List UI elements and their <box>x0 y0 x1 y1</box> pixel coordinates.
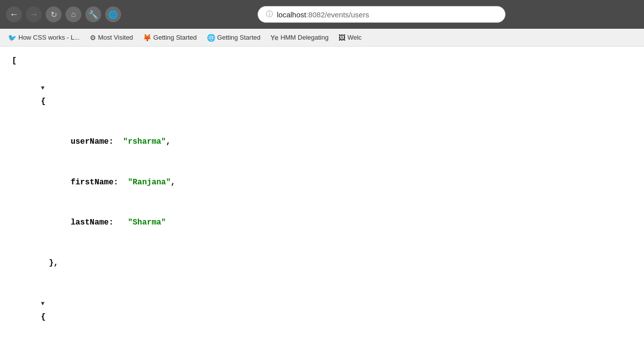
home-icon: ⌂ <box>71 10 76 19</box>
json-open-bracket: [ <box>12 55 632 68</box>
refresh-icon: ↻ <box>51 10 57 19</box>
bookmark-css-label: How CSS works - L... <box>18 34 80 41</box>
bookmark-most-visited-icon: ⚙ <box>90 34 96 42</box>
refresh-button[interactable]: ↻ <box>46 6 62 22</box>
bookmark-getting-started-1[interactable]: 🦊 Getting Started <box>139 32 200 44</box>
bookmark-css[interactable]: 🐦 How CSS works - L... <box>4 32 84 44</box>
bookmark-getting-started-2[interactable]: 🌐 Getting Started <box>203 32 264 44</box>
address-bar[interactable]: ⓘ localhost:8082/events/users <box>258 6 506 23</box>
user-1-lastname: lastName: "Sharma" <box>12 203 632 243</box>
bookmark-hmm-icon: Ye <box>270 34 278 42</box>
user-2-open: ▼ { <box>12 283 632 338</box>
bookmark-getting-started-1-label: Getting Started <box>153 34 196 41</box>
json-content: [ ▼ { userName: "rsharma", firstName: "R… <box>0 47 644 338</box>
bookmark-getting-started-2-label: Getting Started <box>217 34 260 41</box>
bookmark-firefox-icon: 🦊 <box>143 34 151 42</box>
url-port-path: :8082/events/users <box>306 10 369 19</box>
toggle-arrow-1[interactable]: ▼ <box>41 83 49 93</box>
nav-bar: ← → ↻ ⌂ 🔧 🌐 ⓘ localhost:8082/events/user… <box>0 0 644 29</box>
user-1-close: }, <box>12 243 632 284</box>
bookmark-hmm-label: HMM Delegating <box>280 34 328 41</box>
toggle-arrow-2[interactable]: ▼ <box>41 299 49 309</box>
bookmark-css-icon: 🐦 <box>8 34 16 42</box>
home-button[interactable]: ⌂ <box>65 6 81 22</box>
forward-button[interactable]: → <box>26 6 42 22</box>
url-host: localhost <box>277 10 306 19</box>
bookmarks-bar: 🐦 How CSS works - L... ⚙ Most Visited 🦊 … <box>0 29 644 47</box>
bookmark-welc[interactable]: 🖼 Welc <box>334 32 366 44</box>
tools-icon: 🔧 <box>88 10 98 19</box>
bookmark-welc-icon: 🖼 <box>338 34 345 42</box>
bookmark-welc-label: Welc <box>347 34 362 41</box>
tools-button[interactable]: 🔧 <box>85 6 101 22</box>
user-1-username: userName: "rsharma", <box>12 122 632 163</box>
user-1-firstname: firstName: "Ranjana", <box>12 163 632 203</box>
extensions-icon: 🌐 <box>108 10 118 19</box>
bookmark-most-visited-label: Most Visited <box>98 34 133 41</box>
browser-chrome: ← → ↻ ⌂ 🔧 🌐 ⓘ localhost:8082/events/user… <box>0 0 644 47</box>
back-icon: ← <box>9 9 18 20</box>
extensions-button[interactable]: 🌐 <box>105 6 121 22</box>
bookmark-hmm[interactable]: Ye HMM Delegating <box>266 32 332 44</box>
forward-icon: → <box>29 9 38 20</box>
bookmark-most-visited[interactable]: ⚙ Most Visited <box>86 32 137 44</box>
back-button[interactable]: ← <box>6 6 22 22</box>
url-text: localhost:8082/events/users <box>277 10 369 19</box>
address-bar-container: ⓘ localhost:8082/events/users <box>125 6 638 23</box>
info-icon: ⓘ <box>266 10 273 19</box>
bookmark-globe-icon: 🌐 <box>207 34 215 42</box>
user-1-open: ▼ { <box>12 68 632 122</box>
